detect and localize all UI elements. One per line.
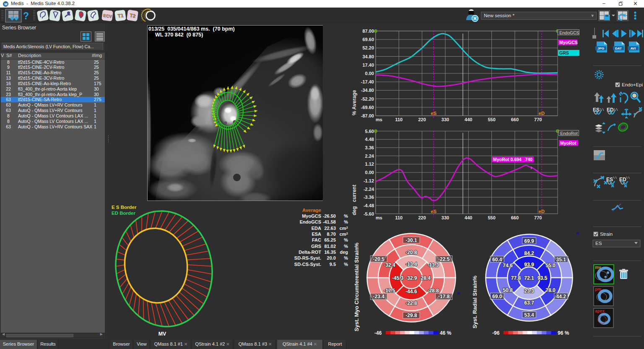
svg-text:ES: ES (595, 241, 602, 246)
svg-text:apex: apex (595, 309, 605, 313)
svg-text:JPG: JPG (597, 47, 604, 50)
svg-text:Endo+Epi: Endo+Epi (622, 82, 643, 87)
svg-text:AVI: AVI (631, 47, 636, 50)
svg-text:DAT: DAT (615, 47, 622, 50)
svg-text:Strain: Strain (600, 232, 613, 237)
